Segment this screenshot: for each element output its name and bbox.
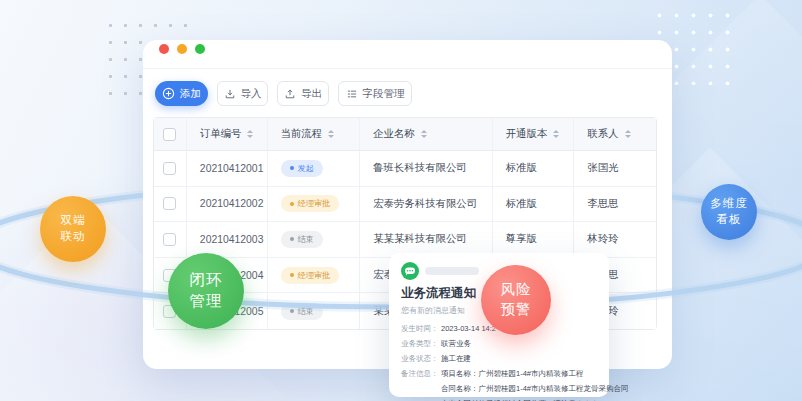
status-dot-icon [290, 166, 294, 170]
current-flow-cell: 结束 [268, 222, 361, 257]
header-order-number[interactable]: 订单编号 [187, 118, 268, 150]
header-company-name[interactable]: 企业名称 [360, 118, 492, 150]
sort-icon[interactable] [625, 130, 631, 138]
field-label: 业务状态： [401, 351, 441, 366]
contact-cell: 李思思 [574, 187, 656, 222]
notification-source-placeholder [425, 267, 479, 275]
export-icon [284, 88, 296, 100]
field-value: 合同名称：广州碧桂园1-4#市内精装修工程龙骨采购合同 [441, 381, 629, 396]
current-flow-cell: 经理审批 [268, 258, 361, 293]
row-checkbox[interactable] [163, 162, 176, 175]
import-icon [224, 88, 236, 100]
window-close-button[interactable] [159, 44, 169, 54]
field-value: 联营业务 [441, 336, 471, 351]
notification-fields: 发生时间： 2023-03-14 14:2 业务类型： 联营业务 业务状态： 施… [401, 321, 597, 401]
table-header-row: 订单编号 当前流程 企业名称 开通版本 联系人 [154, 118, 656, 151]
add-button[interactable]: 添加 [155, 81, 208, 106]
current-flow-cell: 结束 [268, 293, 361, 329]
current-flow-cell: 发起 [268, 151, 361, 186]
feature-badge-closed-loop: 闭环 管理 [168, 253, 244, 329]
notification-field-row: 备注信息： 项目名称：广州碧桂园1-4#市内精装修工程 [401, 366, 597, 381]
titlebar-divider [143, 68, 672, 69]
status-dot-icon [290, 202, 294, 206]
header-current-flow[interactable]: 当前流程 [268, 118, 361, 150]
window-minimize-button[interactable] [177, 44, 187, 54]
select-all-checkbox[interactable] [163, 128, 176, 141]
status-dot-icon [290, 273, 294, 277]
order-number-cell: 20210412002 [187, 187, 268, 222]
field-management-button[interactable]: 字段管理 [338, 81, 412, 106]
plus-circle-icon [162, 87, 175, 100]
flow-status-badge: 结束 [281, 303, 323, 320]
version-cell: 标准版 [493, 187, 575, 222]
sort-icon[interactable] [553, 130, 559, 138]
add-button-label: 添加 [180, 87, 201, 101]
row-checkbox-cell [154, 151, 187, 186]
field-label: 业务类型： [401, 336, 441, 351]
notification-field-row: 支出合同付款已经超过合同收票，请注意！！！ [401, 396, 597, 401]
row-checkbox[interactable] [163, 197, 176, 210]
flow-status-badge: 结束 [281, 231, 323, 248]
import-button-label: 导入 [241, 87, 262, 101]
flow-status-badge: 发起 [281, 160, 323, 177]
company-name-cell: 宏泰劳务科技有限公司 [360, 187, 492, 222]
window-zoom-button[interactable] [195, 44, 205, 54]
field-list-icon [346, 88, 358, 100]
row-checkbox-cell [154, 222, 187, 257]
status-dot-icon [290, 309, 294, 313]
header-contact[interactable]: 联系人 [574, 118, 656, 150]
notification-field-row: 合同名称：广州碧桂园1-4#市内精装修工程龙骨采购合同 [401, 381, 597, 396]
field-value: 施工在建 [441, 351, 471, 366]
row-checkbox[interactable] [163, 233, 176, 246]
notification-field-row: 业务状态： 施工在建 [401, 351, 597, 366]
version-cell: 标准版 [493, 151, 575, 186]
order-number-cell: 20210412003 [187, 222, 268, 257]
field-value: 项目名称：广州碧桂园1-4#市内精装修工程 [441, 366, 584, 381]
contact-cell: 林玲玲 [574, 222, 656, 257]
status-dot-icon [290, 237, 294, 241]
field-label [401, 396, 441, 401]
notification-field-row: 业务类型： 联营业务 [401, 336, 597, 351]
company-name-cell: 某某某科技有限公司 [360, 222, 492, 257]
field-label [401, 381, 441, 396]
sort-icon[interactable] [247, 130, 253, 138]
header-version[interactable]: 开通版本 [493, 118, 575, 150]
company-name-cell: 鲁班长科技有限公司 [360, 151, 492, 186]
flow-status-badge: 经理审批 [281, 195, 340, 212]
feature-badge-dashboard: 多维度 看板 [701, 184, 757, 240]
field-management-button-label: 字段管理 [363, 87, 405, 101]
field-value: 2023-03-14 14:2 [441, 321, 496, 336]
export-button[interactable]: 导出 [277, 81, 329, 106]
sort-icon[interactable] [328, 130, 334, 138]
row-checkbox-cell [154, 187, 187, 222]
table-row: 20210412001 发起 鲁班长科技有限公司 标准版 张国光 [154, 151, 656, 187]
import-button[interactable]: 导入 [217, 81, 268, 106]
header-checkbox-cell [154, 118, 187, 150]
contact-cell: 张国光 [574, 151, 656, 186]
version-cell: 尊享版 [493, 222, 575, 257]
flow-status-badge: 经理审批 [281, 267, 340, 284]
sort-icon[interactable] [421, 130, 427, 138]
field-value: 支出合同付款已经超过合同收票，请注意！！！ [441, 396, 599, 401]
order-number-cell: 20210412001 [187, 151, 268, 186]
field-label: 发生时间： [401, 321, 441, 336]
feature-badge-risk-warning: 风险 预警 [481, 265, 551, 335]
current-flow-cell: 经理审批 [268, 187, 361, 222]
export-button-label: 导出 [301, 87, 322, 101]
table-row: 20210412002 经理审批 宏泰劳务科技有限公司 标准版 李思思 [154, 187, 656, 223]
app-screenshot: 添加 导入 导出 字段管理 订单编号 当前流程 企业名称 开通版本 联系人 [0, 0, 802, 401]
chat-message-icon [401, 262, 419, 280]
feature-badge-dual-link: 双端 联动 [40, 196, 106, 262]
field-label: 备注信息： [401, 366, 441, 381]
